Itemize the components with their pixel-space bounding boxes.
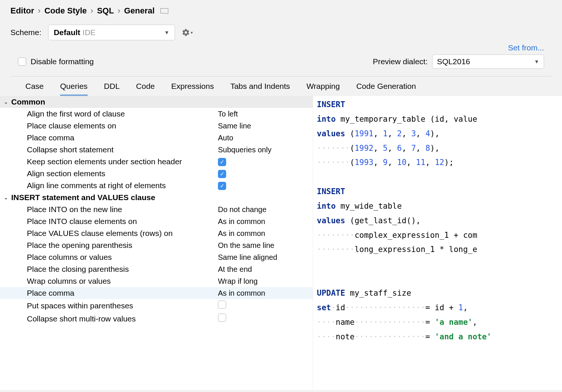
breadcrumb-code-style[interactable]: Code Style	[44, 6, 87, 16]
checkbox-checked-icon: ✓	[218, 170, 226, 178]
setting-value[interactable]: As in common	[218, 289, 309, 298]
tab-expressions[interactable]: Expressions	[171, 82, 214, 96]
tab-ddl[interactable]: DDL	[104, 82, 120, 96]
setting-value[interactable]: ✓	[218, 157, 309, 166]
setting-label: Place comma	[27, 289, 218, 298]
setting-label: Place the opening parenthesis	[27, 241, 218, 250]
setting-label: Place INTO clause elements on	[27, 217, 218, 226]
setting-row[interactable]: Collapse short statementSubqueries only	[0, 144, 313, 156]
setting-label: Place INTO on the new line	[27, 205, 218, 214]
setting-row[interactable]: Wrap columns or valuesWrap if long	[0, 275, 313, 287]
tab-code-generation[interactable]: Code Generation	[356, 82, 416, 96]
setting-value[interactable]: Subqueries only	[218, 146, 309, 154]
setting-label: Place clause elements on	[27, 121, 218, 130]
setting-value[interactable]: Wrap if long	[218, 277, 309, 286]
section-title: Common	[11, 97, 45, 106]
setting-value[interactable]: ✓	[218, 169, 309, 178]
checkbox-icon	[218, 314, 226, 322]
setting-label: Put spaces within parentheses	[27, 301, 218, 310]
setting-row[interactable]: Place clause elements onSame line	[0, 120, 313, 132]
setting-row[interactable]: Collapse short multi-row values	[0, 312, 313, 325]
setting-label: Place comma	[27, 133, 218, 142]
tab-wrapping[interactable]: Wrapping	[306, 82, 340, 96]
checkbox-icon	[18, 57, 26, 66]
setting-row[interactable]: Align section elements✓	[0, 168, 313, 180]
setting-row[interactable]: Place INTO clause elements onAs in commo…	[0, 215, 313, 227]
breadcrumb-sql[interactable]: SQL	[97, 6, 114, 16]
setting-row[interactable]: Align the first word of clauseTo left	[0, 108, 313, 120]
setting-value[interactable]	[218, 314, 309, 324]
settings-panel: ⌄CommonAlign the first word of clauseTo …	[0, 96, 313, 390]
chevron-down-icon: ⌄	[4, 195, 8, 200]
tab-tabs-and-indents[interactable]: Tabs and Indents	[230, 82, 290, 96]
setting-row[interactable]: Align line comments at right of elements…	[0, 180, 313, 192]
setting-value[interactable]	[218, 301, 309, 311]
section-header[interactable]: ⌄INSERT statement and VALUES clause	[0, 192, 313, 203]
section-header[interactable]: ⌄Common	[0, 96, 313, 108]
setting-value[interactable]: Same line aligned	[218, 253, 309, 262]
setting-row[interactable]: Place INTO on the new lineDo not change	[0, 203, 313, 215]
setting-value[interactable]: On the same line	[218, 241, 309, 250]
chevron-down-icon: ▾	[191, 30, 193, 35]
setting-label: Align section elements	[27, 169, 218, 178]
scheme-label: Scheme:	[10, 28, 41, 37]
setting-row[interactable]: Place VALUES clause elements (rows) onAs…	[0, 227, 313, 239]
checkbox-checked-icon: ✓	[218, 158, 226, 166]
scheme-value-main: Default	[54, 28, 80, 37]
set-from-link[interactable]: Set from...	[508, 43, 544, 52]
setting-row[interactable]: Place columns or valuesSame line aligned	[0, 251, 313, 263]
setting-value[interactable]: Auto	[218, 134, 309, 142]
chevron-down-icon: ⌄	[4, 99, 8, 105]
preview-dialect-select[interactable]: SQL2016 ▼	[432, 55, 544, 69]
setting-label: Keep section elements under section head…	[27, 157, 218, 166]
setting-value[interactable]: ✓	[218, 181, 309, 190]
chevron-right-icon: ›	[38, 6, 41, 16]
setting-label: Collapse short statement	[27, 145, 218, 154]
setting-row[interactable]: Keep section elements under section head…	[0, 156, 313, 168]
setting-label: Align the first word of clause	[27, 109, 218, 118]
setting-value[interactable]: As in common	[218, 229, 309, 238]
setting-label: Collapse short multi-row values	[27, 314, 218, 323]
preview-dialect-value: SQL2016	[437, 57, 470, 66]
scheme-settings-button[interactable]: ▾	[182, 28, 193, 37]
breadcrumb-editor[interactable]: Editor	[10, 6, 34, 16]
preview-dialect-label: Preview dialect:	[373, 57, 428, 66]
breadcrumb-general[interactable]: General	[124, 6, 154, 16]
breadcrumb: Editor › Code Style › SQL › General	[10, 6, 552, 16]
expand-window-icon[interactable]	[160, 8, 166, 13]
tab-queries[interactable]: Queries	[60, 82, 88, 96]
checkbox-checked-icon: ✓	[218, 182, 226, 190]
chevron-right-icon: ›	[118, 6, 120, 16]
setting-label: Place columns or values	[27, 253, 218, 262]
scheme-select[interactable]: Default IDE ▼	[48, 25, 175, 40]
checkbox-icon	[218, 301, 226, 309]
setting-value[interactable]: As in common	[218, 217, 309, 226]
setting-value[interactable]: At the end	[218, 265, 309, 274]
disable-formatting-label: Disable formatting	[31, 57, 94, 66]
setting-value[interactable]: To left	[218, 110, 309, 118]
setting-label: Wrap columns or values	[27, 277, 218, 286]
setting-value[interactable]: Do not change	[218, 205, 309, 214]
tab-case[interactable]: Case	[25, 82, 44, 96]
section-title: INSERT statement and VALUES clause	[11, 193, 155, 202]
chevron-right-icon: ›	[91, 6, 93, 16]
chevron-down-icon: ▼	[534, 59, 539, 65]
gear-icon	[182, 28, 190, 37]
setting-label: Align line comments at right of elements	[27, 181, 218, 190]
setting-value[interactable]: Same line	[218, 122, 309, 130]
setting-row[interactable]: Place commaAuto	[0, 132, 313, 144]
chevron-down-icon: ▼	[164, 29, 169, 35]
code-preview: INSERT into my_temporary_table (id, valu…	[313, 96, 562, 390]
setting-row[interactable]: Place commaAs in common	[0, 287, 313, 299]
scheme-value-suffix: IDE	[82, 28, 96, 37]
setting-row[interactable]: Place the opening parenthesisOn the same…	[0, 239, 313, 251]
setting-row[interactable]: Put spaces within parentheses	[0, 299, 313, 312]
setting-label: Place VALUES clause elements (rows) on	[27, 229, 218, 238]
tab-code[interactable]: Code	[136, 82, 155, 96]
disable-formatting-checkbox[interactable]: Disable formatting	[18, 57, 94, 66]
tabs-bar: CaseQueriesDDLCodeExpressionsTabs and In…	[10, 77, 552, 96]
setting-row[interactable]: Place the closing parenthesisAt the end	[0, 263, 313, 275]
setting-label: Place the closing parenthesis	[27, 265, 218, 274]
